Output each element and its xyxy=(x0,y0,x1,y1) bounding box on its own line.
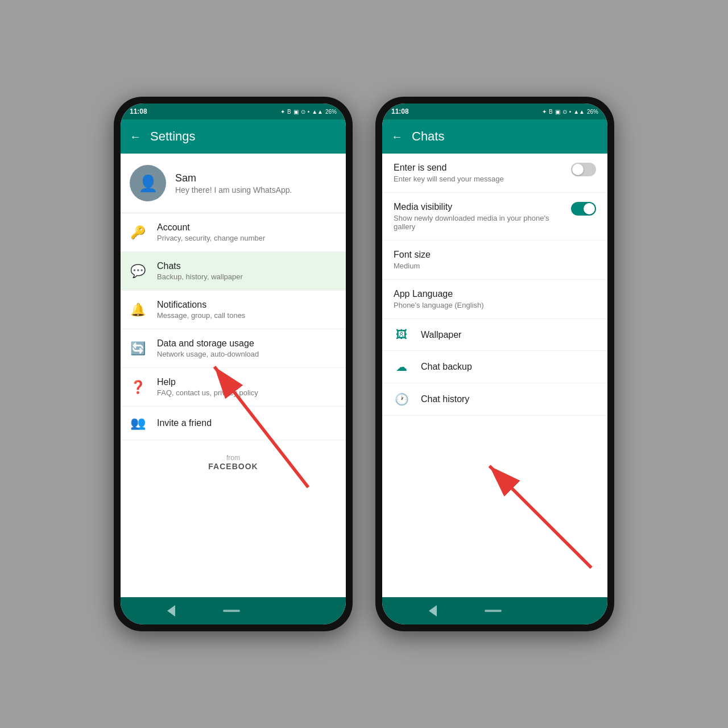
facebook-label: FACEBOOK xyxy=(130,462,337,471)
settings-item-chats[interactable]: 💬 Chats Backup, history, wallpaper xyxy=(121,252,346,291)
status-icons-1: ✦ B ▣ ⊙ • ▲▲ 26% xyxy=(280,109,337,115)
signal-icon-2: ▲▲ xyxy=(573,109,585,115)
media-toggle-knob xyxy=(584,203,595,214)
phone-1: 11:08 ✦ B ▣ ⊙ • ▲▲ 26% ← Settings xyxy=(114,97,353,631)
home-gesture[interactable] xyxy=(223,610,240,612)
battery-icon: 26% xyxy=(325,109,337,115)
settings-item-help[interactable]: ❓ Help FAQ, contact us, privacy policy xyxy=(121,368,346,407)
bt-icon-2: ✦ xyxy=(542,109,547,115)
chat-history-title: Chat history xyxy=(421,394,469,404)
app-language-item[interactable]: App Language Phone's language (English) xyxy=(382,280,607,319)
chats-settings-content: Enter is send Enter key will send your m… xyxy=(382,154,607,597)
account-subtitle: Privacy, security, change number xyxy=(157,234,265,242)
chat-backup-icon: ☁ xyxy=(394,360,410,374)
account-text: Account Privacy, security, change number xyxy=(157,222,265,242)
media-toggle[interactable] xyxy=(571,202,596,216)
profile-status: Hey there! I am using WhatsApp. xyxy=(175,185,292,195)
wallpaper-title: Wallpaper xyxy=(421,330,461,340)
profile-info: Sam Hey there! I am using WhatsApp. xyxy=(175,172,292,195)
chats-title: Chats xyxy=(157,261,243,271)
enter-title-text: Enter is send xyxy=(394,163,504,173)
b-icon-2: B xyxy=(549,109,553,115)
phone-1-body: 11:08 ✦ B ▣ ⊙ • ▲▲ 26% ← Settings xyxy=(114,97,353,631)
wallpaper-item[interactable]: 🖼 Wallpaper xyxy=(382,319,607,351)
profile-section[interactable]: 👤 Sam Hey there! I am using WhatsApp. xyxy=(121,154,346,213)
dot-icon-2: • xyxy=(569,109,572,115)
back-button-2[interactable]: ← xyxy=(391,130,403,143)
back-gesture-2[interactable] xyxy=(429,605,437,617)
phone-2-screen: 11:08 ✦ B ▣ ⊙ • ▲▲ 26% ← Chats xyxy=(382,104,607,624)
settings-content: 👤 Sam Hey there! I am using WhatsApp. 🔑 … xyxy=(121,154,346,597)
media-visibility-item[interactable]: Media visibility Show newly downloaded m… xyxy=(382,193,607,241)
help-subtitle: FAQ, contact us, privacy policy xyxy=(157,388,258,397)
home-gesture-2[interactable] xyxy=(485,610,502,612)
bottom-bar-1 xyxy=(121,597,346,624)
media-title-text: Media visibility xyxy=(394,202,571,212)
media-visibility-info: Media visibility Show newly downloaded m… xyxy=(394,202,571,231)
bt-icon: ✦ xyxy=(280,109,285,115)
enter-is-send-title: Enter is send Enter key will send your m… xyxy=(394,163,504,183)
chat-history-item[interactable]: 🕐 Chat history xyxy=(382,383,607,416)
data-text: Data and storage usage Network usage, au… xyxy=(157,338,259,358)
help-icon: ❓ xyxy=(130,380,146,395)
status-bar-1: 11:08 ✦ B ▣ ⊙ • ▲▲ 26% xyxy=(121,104,346,119)
msg-icon-2: ▣ xyxy=(555,109,560,115)
enter-toggle[interactable] xyxy=(571,163,596,176)
dot-icon: • xyxy=(308,109,310,115)
settings-item-data[interactable]: 🔄 Data and storage usage Network usage, … xyxy=(121,329,346,368)
media-visibility-row: Media visibility Show newly downloaded m… xyxy=(394,202,596,231)
signal-icon: ▲▲ xyxy=(312,109,323,115)
account-title: Account xyxy=(157,222,265,233)
notifications-title: Notifications xyxy=(157,300,245,310)
help-text: Help FAQ, contact us, privacy policy xyxy=(157,377,258,397)
account-icon: 🔑 xyxy=(130,225,146,240)
bottom-bar-2 xyxy=(382,597,607,624)
back-button-1[interactable]: ← xyxy=(130,130,141,143)
enter-subtitle-text: Enter key will send your message xyxy=(394,175,504,183)
phone-2-body: 11:08 ✦ B ▣ ⊙ • ▲▲ 26% ← Chats xyxy=(375,97,614,631)
notifications-subtitle: Message, group, call tones xyxy=(157,311,245,320)
font-size-subtitle: Medium xyxy=(394,262,596,270)
footer-section: from FACEBOOK xyxy=(121,440,346,485)
chats-text: Chats Backup, history, wallpaper xyxy=(157,261,243,281)
chat-backup-title: Chat backup xyxy=(421,362,472,372)
data-icon: 🔄 xyxy=(130,341,146,356)
status-icons-2: ✦ B ▣ ⊙ • ▲▲ 26% xyxy=(542,109,598,115)
app-language-title: App Language xyxy=(394,289,596,299)
enter-toggle-knob xyxy=(572,164,584,175)
notifications-icon: 🔔 xyxy=(130,303,146,317)
time-1: 11:08 xyxy=(130,107,147,115)
phone-2: 11:08 ✦ B ▣ ⊙ • ▲▲ 26% ← Chats xyxy=(375,97,614,631)
from-label: from xyxy=(130,454,337,462)
invite-text: Invite a friend xyxy=(157,418,212,428)
time-2: 11:08 xyxy=(391,107,409,115)
chats-screen-title: Chats xyxy=(412,129,444,144)
settings-title: Settings xyxy=(150,129,196,144)
chats-icon: 💬 xyxy=(130,264,146,279)
font-size-title: Font size xyxy=(394,250,596,260)
font-size-item[interactable]: Font size Medium xyxy=(382,241,607,280)
phone-1-screen: 11:08 ✦ B ▣ ⊙ • ▲▲ 26% ← Settings xyxy=(121,104,346,624)
app-bar-1: ← Settings xyxy=(121,119,346,154)
enter-is-send-row: Enter is send Enter key will send your m… xyxy=(394,163,596,183)
app-bar-2: ← Chats xyxy=(382,119,607,154)
settings-item-notifications[interactable]: 🔔 Notifications Message, group, call ton… xyxy=(121,291,346,329)
help-title: Help xyxy=(157,377,258,387)
battery-icon-2: 26% xyxy=(587,109,598,115)
wallpaper-icon: 🖼 xyxy=(394,328,410,341)
chat-backup-item[interactable]: ☁ Chat backup xyxy=(382,351,607,383)
chat-history-icon: 🕐 xyxy=(394,392,410,406)
data-title: Data and storage usage xyxy=(157,338,259,349)
enter-is-send-item[interactable]: Enter is send Enter key will send your m… xyxy=(382,154,607,193)
invite-icon: 👥 xyxy=(130,416,146,431)
settings-item-account[interactable]: 🔑 Account Privacy, security, change numb… xyxy=(121,213,346,252)
wa-icon: ⊙ xyxy=(301,109,305,115)
b-icon: B xyxy=(287,109,291,115)
avatar: 👤 xyxy=(130,165,166,201)
app-language-subtitle: Phone's language (English) xyxy=(394,301,596,309)
profile-name: Sam xyxy=(175,172,292,184)
chats-subtitle: Backup, history, wallpaper xyxy=(157,272,243,281)
invite-title: Invite a friend xyxy=(157,418,212,428)
settings-item-invite[interactable]: 👥 Invite a friend xyxy=(121,407,346,440)
back-gesture[interactable] xyxy=(167,605,175,617)
